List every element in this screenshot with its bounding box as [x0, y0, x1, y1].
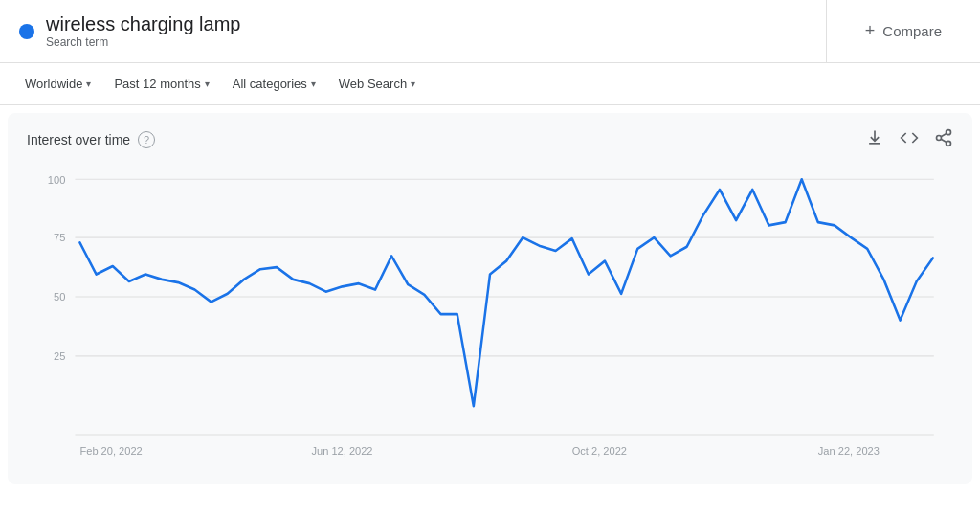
help-icon-label: ? [144, 134, 149, 146]
search-term-section: wireless charging lamp Search term [0, 0, 827, 62]
filter-search-type[interactable]: Web Search ▾ [329, 71, 425, 97]
filter-bar: Worldwide ▾ Past 12 months ▾ All categor… [0, 63, 980, 105]
filter-region[interactable]: Worldwide ▾ [15, 71, 100, 97]
svg-line-3 [941, 139, 947, 142]
embed-icon[interactable] [900, 128, 919, 151]
svg-text:Oct 2, 2022: Oct 2, 2022 [572, 445, 627, 457]
svg-text:Jun 12, 2022: Jun 12, 2022 [311, 445, 372, 457]
svg-text:100: 100 [48, 173, 65, 185]
search-term-text: wireless charging lamp Search term [46, 13, 240, 49]
filter-period[interactable]: Past 12 months ▾ [104, 71, 218, 97]
chevron-down-icon: ▾ [311, 79, 316, 89]
svg-text:25: 25 [54, 350, 65, 362]
interest-over-time-chart: 100 75 50 25 Feb 20, 2022 Jun 12, 2022 O… [27, 159, 953, 465]
svg-text:Jan 22, 2023: Jan 22, 2023 [818, 445, 880, 457]
filter-categories-label: All categories [233, 77, 307, 91]
compare-label: Compare [882, 23, 942, 39]
trend-line [79, 179, 932, 406]
filter-categories[interactable]: All categories ▾ [223, 71, 325, 97]
filter-region-label: Worldwide [25, 77, 82, 91]
share-icon[interactable] [934, 128, 953, 151]
search-term-dot [19, 24, 34, 39]
chart-actions [865, 128, 953, 151]
svg-text:50: 50 [54, 291, 65, 303]
svg-text:75: 75 [54, 232, 65, 243]
filter-period-label: Past 12 months [114, 77, 200, 91]
search-term-title: wireless charging lamp [46, 13, 240, 35]
chart-area: Interest over time ? [8, 113, 972, 484]
chevron-down-icon: ▾ [411, 79, 415, 89]
chart-title-group: Interest over time ? [27, 131, 155, 148]
search-term-subtitle: Search term [46, 35, 240, 49]
download-icon[interactable] [865, 128, 884, 151]
svg-text:Feb 20, 2022: Feb 20, 2022 [79, 445, 142, 457]
chevron-down-icon: ▾ [205, 79, 210, 89]
chart-header: Interest over time ? [27, 128, 953, 151]
compare-section[interactable]: + Compare [827, 0, 980, 62]
help-icon[interactable]: ? [138, 131, 155, 148]
svg-point-2 [947, 141, 951, 146]
svg-point-0 [947, 130, 951, 135]
header-area: wireless charging lamp Search term + Com… [0, 0, 980, 63]
chart-container: 100 75 50 25 Feb 20, 2022 Jun 12, 2022 O… [27, 159, 953, 465]
plus-icon: + [865, 21, 876, 41]
svg-point-1 [937, 136, 942, 141]
svg-line-4 [941, 133, 947, 136]
chart-title-text: Interest over time [27, 132, 130, 147]
filter-search-type-label: Web Search [339, 77, 407, 91]
chevron-down-icon: ▾ [86, 79, 91, 89]
